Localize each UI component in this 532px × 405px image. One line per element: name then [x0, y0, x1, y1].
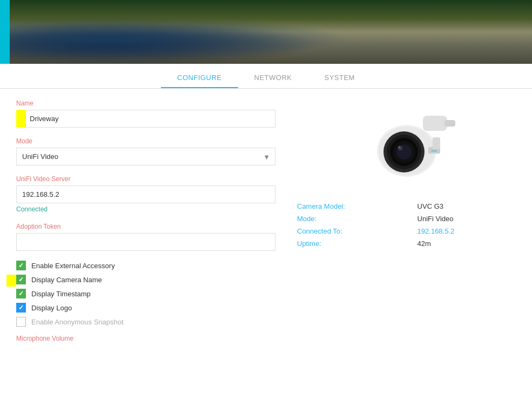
mode-select-wrapper: UniFi Video RTSP ▼ [16, 148, 275, 165]
cyan-bar [0, 0, 10, 64]
name-yellow-highlight [16, 110, 26, 128]
checkbox-label-enable-anonymous: Enable Anonymous Snapshot [31, 318, 124, 326]
checkbox-row-display-timestamp: ✓ Display Timestamp [16, 289, 275, 298]
tabs-bar: CONFIGURE NETWORK SYSTEM [0, 64, 532, 89]
connection-status: Connected [16, 205, 275, 213]
checkbox-enable-external[interactable]: ✓ [16, 261, 26, 270]
mode-label: Mode [16, 137, 275, 145]
name-group: Name [16, 99, 275, 128]
server-group: UniFi Video Server Connected [16, 175, 275, 213]
checkbox-label-enable-external: Enable External Accessory [31, 262, 115, 270]
svg-rect-0 [423, 116, 447, 131]
server-label: UniFi Video Server [16, 175, 275, 183]
checkbox-label-display-timestamp: Display Timestamp [31, 290, 91, 298]
tab-configure[interactable]: CONFIGURE [161, 68, 238, 88]
camera-image-container: UVC [297, 105, 516, 186]
checkmark-icon: ✓ [18, 262, 24, 269]
svg-point-10 [398, 146, 400, 148]
checkmark-icon: ✓ [18, 290, 24, 297]
camera-uptime-value: 42m [417, 240, 516, 248]
token-input[interactable] [16, 233, 275, 251]
name-label: Name [16, 99, 275, 107]
camera-illustration: UVC [353, 105, 461, 186]
camera-preview [0, 0, 532, 64]
checkmark-icon: ✓ [18, 276, 24, 283]
name-input[interactable] [16, 110, 275, 128]
svg-text:UVC: UVC [431, 149, 437, 152]
checkbox-display-logo[interactable]: ✓ [16, 303, 26, 313]
camera-uptime-key: Uptime: [297, 240, 407, 248]
checkbox-row-enable-anonymous: Enable Anonymous Snapshot [16, 317, 275, 327]
camera-feed-image [0, 0, 532, 64]
camera-connected-key: Connected To: [297, 227, 407, 235]
checkmark-icon: ✓ [18, 304, 24, 311]
checkbox-display-camera-name[interactable]: ✓ [16, 275, 26, 284]
info-panel: UVC Camera Model: UVC G3 Mode: UniFi Vid… [297, 99, 516, 342]
tab-system[interactable]: SYSTEM [308, 68, 371, 88]
camera-info-table: Camera Model: UVC G3 Mode: UniFi Video C… [297, 202, 516, 248]
tab-network[interactable]: NETWORK [238, 68, 308, 88]
svg-rect-13 [433, 137, 440, 149]
mode-select[interactable]: UniFi Video RTSP [16, 148, 275, 165]
camera-connected-value[interactable]: 192.168.5.2 [417, 227, 516, 235]
checkbox-row-display-camera-name: ✓ Display Camera Name [16, 275, 275, 284]
main-content: Name Mode UniFi Video RTSP ▼ UniFi Video… [0, 89, 532, 353]
checkboxes-section: ✓ Enable External Accessory ✓ Display Ca… [16, 261, 275, 327]
svg-rect-1 [445, 120, 455, 127]
camera-mode-value: UniFi Video [417, 215, 516, 223]
camera-mode-key: Mode: [297, 215, 407, 223]
checkbox-row-enable-external: ✓ Enable External Accessory [16, 261, 275, 270]
mode-group: Mode UniFi Video RTSP ▼ [16, 137, 275, 165]
checkbox-label-display-logo: Display Logo [31, 304, 72, 312]
checkbox-display-timestamp[interactable]: ✓ [16, 289, 26, 298]
token-label: Adoption Token [16, 223, 275, 230]
camera-model-value: UVC G3 [417, 202, 516, 210]
yellow-highlight-camera-name [6, 275, 16, 287]
mic-volume-label: Microphone Volume [16, 335, 275, 342]
server-input[interactable] [16, 185, 275, 203]
camera-model-key: Camera Model: [297, 202, 407, 210]
token-group: Adoption Token [16, 223, 275, 251]
name-input-wrapper [16, 110, 275, 128]
checkbox-row-display-logo: ✓ Display Logo [16, 303, 275, 313]
checkbox-label-display-camera-name: Display Camera Name [31, 276, 102, 284]
form-section: Name Mode UniFi Video RTSP ▼ UniFi Video… [16, 99, 275, 342]
checkbox-enable-anonymous[interactable] [16, 317, 26, 327]
